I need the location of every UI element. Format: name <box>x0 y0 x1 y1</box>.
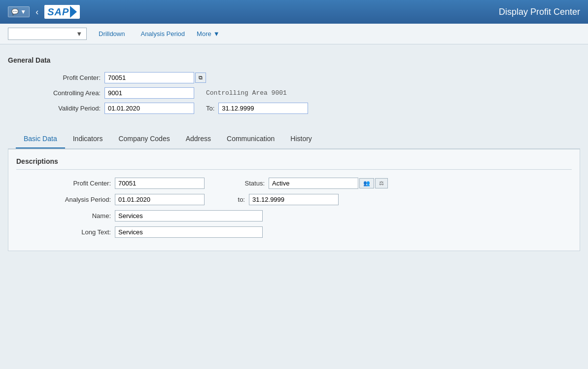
desc-analysis-period-from-input[interactable] <box>115 194 205 205</box>
status-label: Status: <box>234 180 269 187</box>
drilldown-button[interactable]: Drilldown <box>95 28 129 39</box>
copy-button[interactable]: ⧉ <box>195 73 206 83</box>
validity-period-to-input[interactable] <box>218 103 308 114</box>
tabs-container: Basic Data Indicators Company Codes Addr… <box>8 130 580 149</box>
more-button[interactable]: More ▼ <box>197 30 220 37</box>
profit-center-input[interactable] <box>104 72 194 83</box>
desc-long-text-input[interactable] <box>115 226 263 238</box>
desc-analysis-period-to-input[interactable] <box>249 194 339 205</box>
page-title: Display Profit Center <box>499 7 580 17</box>
desc-profit-center-label: Profit Center: <box>16 180 115 187</box>
profit-center-label: Profit Center: <box>16 74 104 81</box>
validity-period-row: Validity Period: To: <box>8 103 580 114</box>
controlling-area-text: Controlling Area 9001 <box>206 89 287 97</box>
analysis-period-button[interactable]: Analysis Period <box>137 28 189 39</box>
app-header: 💬 ▼ ‹ SAP Display Profit Center <box>0 0 588 24</box>
tab-panel-basic-data: Descriptions Profit Center: Status: 👥 ⚖ … <box>8 149 580 251</box>
to-group: to: <box>234 194 339 205</box>
validity-to-label: To: <box>206 105 214 112</box>
tab-indicators[interactable]: Indicators <box>65 130 111 148</box>
comment-icon-btn[interactable]: 💬 ▼ <box>8 6 30 17</box>
desc-analysis-period-label: Analysis Period: <box>16 196 115 203</box>
tab-basic-data[interactable]: Basic Data <box>16 130 65 148</box>
main-content: General Data Profit Center: ⧉ Controllin… <box>0 44 588 259</box>
desc-long-text-row: Long Text: <box>16 226 572 238</box>
validity-period-label: Validity Period: <box>16 105 104 112</box>
controlling-area-label: Controlling Area: <box>16 89 104 97</box>
profit-center-row: Profit Center: ⧉ <box>8 72 580 83</box>
chevron-down-icon: ▼ <box>76 30 82 37</box>
desc-long-text-label: Long Text: <box>16 228 115 236</box>
status-group: Status: 👥 ⚖ <box>234 178 388 189</box>
status-scale-icon-btn[interactable]: ⚖ <box>375 178 388 188</box>
tab-history[interactable]: History <box>282 130 320 148</box>
desc-analysis-period-row: Analysis Period: to: <box>16 194 572 205</box>
toolbar-dropdown[interactable]: ▼ <box>8 28 87 40</box>
validity-period-from-input[interactable] <box>104 103 194 114</box>
desc-name-row: Name: <box>16 210 572 221</box>
desc-name-input[interactable] <box>115 210 263 221</box>
general-data-title: General Data <box>8 56 580 66</box>
sap-text: SAP <box>47 6 69 18</box>
tab-communication[interactable]: Communication <box>219 130 282 148</box>
descriptions-title: Descriptions <box>16 157 572 170</box>
desc-profit-center-input[interactable] <box>115 178 205 189</box>
back-button[interactable]: ‹ <box>34 5 40 19</box>
tab-company-codes[interactable]: Company Codes <box>110 130 177 148</box>
desc-profit-center-row: Profit Center: Status: 👥 ⚖ <box>16 178 572 189</box>
status-input[interactable] <box>269 178 358 189</box>
more-chevron-icon: ▼ <box>213 30 220 37</box>
controlling-area-row: Controlling Area: Controlling Area 9001 <box>8 87 580 99</box>
toolbar: ▼ Drilldown Analysis Period More ▼ <box>0 24 588 44</box>
general-data-section: General Data Profit Center: ⧉ Controllin… <box>8 52 580 126</box>
more-label: More <box>197 30 211 37</box>
status-person-icon-btn[interactable]: 👥 <box>359 178 374 188</box>
desc-name-label: Name: <box>16 212 115 220</box>
header-left: 💬 ▼ ‹ SAP <box>8 5 80 19</box>
to-label: to: <box>234 196 249 203</box>
sap-logo-arrow <box>70 6 77 18</box>
controlling-area-input[interactable] <box>104 87 194 99</box>
sap-logo: SAP <box>44 5 80 19</box>
tab-address[interactable]: Address <box>178 130 219 148</box>
